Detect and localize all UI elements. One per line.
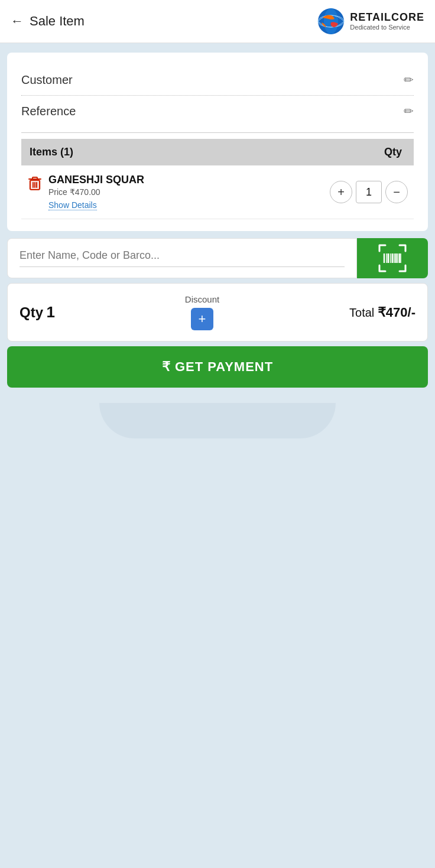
reference-edit-icon[interactable]: ✏ [404,104,414,118]
barcode-scan-button[interactable] [357,238,428,278]
main-content: Customer ✏ Reference ✏ Items (1) Qty [0,43,435,397]
item-name: GANESHJI SQUAR [48,174,144,186]
discount-label: Discount [185,294,219,304]
header: ← Sale Item RETAILCORE Dedicated to Serv… [0,0,435,43]
discount-area: Discount + [185,294,219,330]
customer-label: Customer [21,73,73,87]
logo-text: RETAILCORE Dedicated to Service [350,11,424,32]
header-left: ← Sale Item [11,14,85,29]
items-table: Items (1) Qty [21,139,414,219]
back-button[interactable]: ← [11,14,24,29]
qty-value: 1 [47,303,55,321]
search-input-wrap [7,238,357,278]
qty-input[interactable] [356,181,382,203]
item-details: GANESHJI SQUAR Price ₹470.00 Show Detail… [48,174,144,210]
delete-item-button[interactable] [27,175,43,195]
logo-brand: RETAILCORE [350,11,424,24]
item-cell: GANESHJI SQUAR Price ₹470.00 Show Detail… [21,165,248,219]
table-row: GANESHJI SQUAR Price ₹470.00 Show Detail… [21,165,414,219]
barcode-icon [375,240,410,276]
show-details-link[interactable]: Show Details [48,200,97,210]
total-value: ₹470/- [378,305,415,320]
summary-qty: Qty 1 [20,303,55,321]
customer-reference-card: Customer ✏ Reference ✏ Items (1) Qty [7,53,428,231]
search-input[interactable] [20,249,345,262]
qty-increment-button[interactable]: + [330,181,352,203]
total-label: Total [349,306,374,319]
logo-area: RETAILCORE Dedicated to Service [317,7,424,35]
qty-controls: + − [254,181,408,203]
qty-cell: + − [248,165,414,219]
reference-label: Reference [21,105,76,118]
reference-row: Reference ✏ [21,96,414,126]
bottom-curve [0,397,435,468]
curve-shape [99,403,336,438]
item-price: Price ₹470.00 [48,187,144,197]
logo-tagline: Dedicated to Service [350,24,424,31]
qty-column-header: Qty [248,139,414,165]
item-row-inner: GANESHJI SQUAR Price ₹470.00 Show Detail… [27,174,242,210]
page-title: Sale Item [30,14,85,29]
summary-total: Total ₹470/- [349,305,415,320]
search-underline [20,266,345,267]
qty-label: Qty [20,304,43,320]
logo-globe-icon [317,7,345,35]
qty-decrement-button[interactable]: − [385,181,408,203]
customer-edit-icon[interactable]: ✏ [404,73,414,87]
items-table-body: GANESHJI SQUAR Price ₹470.00 Show Detail… [21,165,414,219]
items-table-header: Items (1) Qty [21,139,414,165]
section-divider [21,132,414,133]
svg-point-1 [324,8,338,34]
items-column-header: Items (1) [21,139,248,165]
discount-add-button[interactable]: + [191,308,213,330]
customer-row: Customer ✏ [21,64,414,95]
summary-bar: Qty 1 Discount + Total ₹470/- [7,283,428,342]
get-payment-button[interactable]: ₹ GET PAYMENT [7,346,428,388]
search-area [7,238,428,278]
